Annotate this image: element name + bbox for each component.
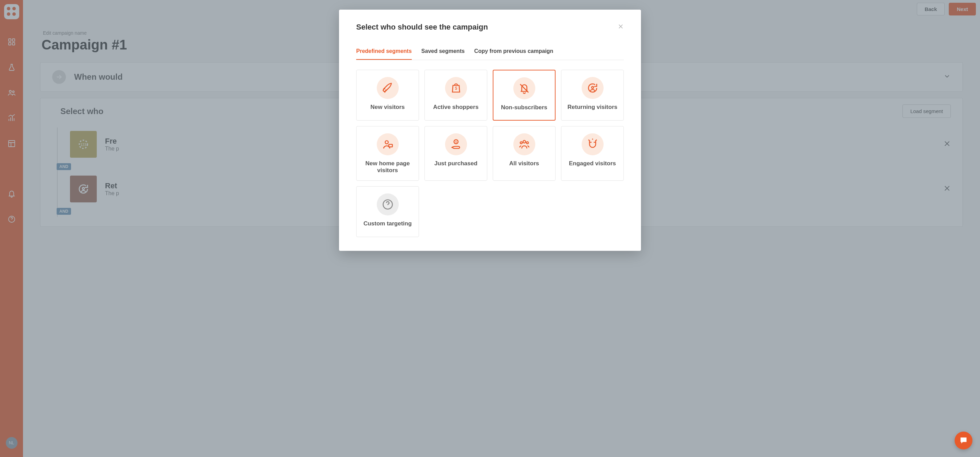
card-label: New home page visitors [360,160,415,174]
segment-tabs: Predefined segments Saved segments Copy … [356,44,624,60]
svg-point-17 [523,141,526,143]
svg-point-19 [527,142,528,144]
card-just-purchased[interactable]: $ Just purchased [425,126,487,181]
intercom-launcher[interactable] [955,431,972,449]
card-returning-visitors[interactable]: Returning visitors [561,70,624,121]
svg-point-12 [592,86,593,89]
card-all-visitors[interactable]: All visitors [493,126,555,181]
card-label: Just purchased [434,160,478,167]
chat-icon [959,436,968,445]
modal-title: Select who should see the campaign [356,23,488,32]
card-label: Active shoppers [433,104,478,111]
segment-cards-grid: New visitors $ Active shoppers Non-subsc… [356,70,624,237]
tab-saved-segments[interactable]: Saved segments [422,44,465,60]
svg-text:$: $ [455,86,457,91]
user-chat-icon [382,138,394,150]
magnet-icon [586,138,599,150]
svg-point-13 [385,141,388,144]
shopping-bag-icon: $ [450,82,462,94]
select-segment-modal: Select who should see the campaign Prede… [339,10,641,251]
card-non-subscribers[interactable]: Non-subscribers [493,70,555,121]
card-engaged-visitors[interactable]: Engaged visitors [561,126,624,181]
tab-predefined-segments[interactable]: Predefined segments [356,44,412,60]
group-icon [518,138,530,150]
hand-coin-icon: $ [450,138,462,150]
returning-user-icon [586,82,599,94]
card-label: Non-subscribers [501,104,547,111]
card-label: Custom targeting [363,220,412,227]
svg-rect-14 [389,144,393,147]
close-icon [618,23,624,30]
bell-off-icon [518,82,530,94]
close-modal-button[interactable] [618,23,624,31]
card-label: Returning visitors [568,104,617,111]
card-label: New visitors [370,104,404,111]
question-icon [382,198,394,211]
card-new-visitors[interactable]: New visitors [356,70,419,121]
svg-point-18 [520,142,522,144]
svg-text:$: $ [455,140,457,144]
card-label: Engaged visitors [569,160,616,167]
card-label: All visitors [509,160,539,167]
tab-copy-previous[interactable]: Copy from previous campaign [474,44,553,60]
card-custom-targeting[interactable]: Custom targeting [356,186,419,237]
card-active-shoppers[interactable]: $ Active shoppers [425,70,487,121]
card-new-home-page-visitors[interactable]: New home page visitors [356,126,419,181]
rocket-icon [382,82,394,94]
